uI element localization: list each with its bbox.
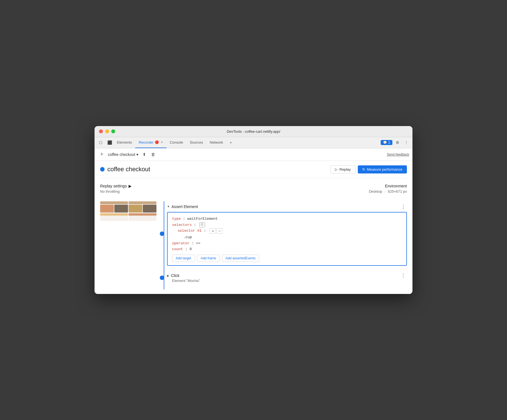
toolbar-actions: ⬆ 🗑	[141, 151, 157, 158]
environment-value: Desktop 625×671 px	[369, 189, 407, 194]
cursor-tool-button[interactable]: ⬡	[97, 139, 105, 146]
tab-recorder[interactable]: Recorder 🔴 ✕	[135, 137, 166, 148]
assert-element-title: Assert Element	[172, 204, 198, 209]
click-step-header: ▶ Click ⋮	[167, 272, 407, 279]
export-icon: ⬆	[143, 152, 146, 157]
tab-bar-right: 💬 1 ⚙ ⋮	[381, 139, 410, 146]
add-icon: +	[100, 151, 103, 157]
code-count-line: count : 9	[172, 247, 402, 252]
gear-icon: ⚙	[396, 140, 399, 145]
minimize-button[interactable]	[105, 129, 109, 133]
code-selectors-line: selectors : ⬡	[172, 222, 402, 228]
code-selector-val-line: .cup	[172, 235, 402, 240]
tab-more[interactable]: »	[226, 137, 235, 148]
tab-close-icon[interactable]: ✕	[161, 141, 163, 144]
steps-area: ▼ Assert Element ⋮ type : waitForElement	[100, 201, 407, 289]
code-type-line: type : waitForElement	[172, 216, 402, 222]
add-frame-button[interactable]: Add frame	[197, 255, 219, 262]
add-recording-button[interactable]: +	[98, 151, 106, 158]
recording-title: coffee checkout	[100, 166, 150, 173]
devtools-body: ⬡ ⬛ Elements Recorder 🔴 ✕ Console Source…	[95, 137, 412, 294]
screenshot-preview-2	[129, 201, 156, 221]
recording-selector[interactable]: coffee checkout ▾	[108, 152, 138, 157]
selector-picker-icon[interactable]: ⬡	[199, 222, 205, 227]
settings-button[interactable]: ⚙	[393, 139, 401, 146]
assert-action-buttons: Add target Add frame Add assertedEvents	[172, 255, 402, 262]
recording-header: coffee checkout ▷ Replay ↻ Measure perfo…	[100, 165, 407, 178]
settings-right: Environment Desktop 625×671 px	[369, 184, 407, 194]
tab-network[interactable]: Network	[206, 137, 226, 148]
assert-element-step: ▼ Assert Element ⋮ type : waitForElement	[167, 201, 407, 266]
screenshot-thumb-1[interactable]	[100, 201, 128, 221]
divider	[385, 190, 385, 193]
settings-left: Replay settings ▶ No throttling	[100, 184, 132, 194]
click-step-more-icon[interactable]: ⋮	[400, 272, 407, 279]
click-chevron-icon: ▶	[167, 274, 169, 277]
recording-selector-label: coffee checkout	[108, 152, 135, 157]
chat-icon: 💬	[383, 141, 387, 144]
delete-icon: 🗑	[151, 152, 155, 157]
title-bar: DevTools - coffee-cart.netlify.app/	[95, 126, 412, 137]
toolbar-left: + coffee checkout ▾ ⬆ 🗑	[98, 151, 385, 158]
tab-elements[interactable]: Elements	[114, 137, 135, 148]
settings-section: Replay settings ▶ No throttling Environm…	[100, 184, 407, 197]
click-step-dot	[160, 276, 164, 280]
measure-icon: ↻	[362, 167, 365, 172]
selector-add-button[interactable]: +	[210, 228, 216, 234]
type-key: type	[172, 217, 181, 221]
window-title: DevTools - coffee-cart.netlify.app/	[227, 129, 280, 134]
assert-element-header[interactable]: ▼ Assert Element ⋮	[167, 201, 407, 211]
tab-bar: ⬡ ⬛ Elements Recorder 🔴 ✕ Console Source…	[95, 137, 412, 148]
settings-arrow-icon: ▶	[129, 184, 132, 188]
record-icon: 🔴	[155, 140, 159, 144]
screenshot-thumb-2[interactable]	[129, 201, 156, 221]
replay-settings-toggle[interactable]: Replay settings ▶	[100, 184, 132, 188]
add-asserted-events-button[interactable]: Add assertedEvents	[222, 255, 259, 262]
maximize-button[interactable]	[111, 129, 115, 133]
assert-element-code: type : waitForElement selectors : ⬡ sele…	[167, 212, 407, 266]
tab-bar-left: ⬡ ⬛	[97, 139, 114, 146]
recording-name: coffee checkout	[107, 166, 150, 173]
environment-label: Environment	[369, 184, 407, 188]
screenshot-preview-1	[100, 201, 128, 221]
throttling-label: No throttling	[100, 189, 132, 194]
traffic-lights	[99, 129, 115, 133]
click-step: ▶ Click ⋮ Element "Mocha"	[167, 270, 407, 285]
device-toggle-button[interactable]: ⬛	[106, 139, 114, 146]
replay-button[interactable]: ▷ Replay	[330, 165, 355, 173]
selector1-key: selector #1	[178, 229, 202, 233]
operator-val: ==	[196, 241, 201, 245]
selector-add-remove-btns: + −	[210, 228, 223, 234]
toolbar: + coffee checkout ▾ ⬆ 🗑 Send feedback	[95, 148, 412, 161]
send-feedback-link[interactable]: Send feedback	[387, 153, 409, 156]
recording-status-dot	[100, 167, 105, 172]
tab-items: Elements Recorder 🔴 ✕ Console Sources Ne…	[114, 137, 381, 148]
timeline-screenshots	[100, 201, 161, 289]
assert-element-dot	[160, 231, 164, 236]
more-icon: ⋮	[404, 140, 408, 145]
tab-sources[interactable]: Sources	[186, 137, 206, 148]
close-button[interactable]	[99, 129, 103, 133]
screenshot-strip	[100, 201, 161, 221]
measure-performance-button[interactable]: ↻ Measure performance	[358, 165, 407, 173]
selector-remove-button[interactable]: −	[216, 228, 223, 234]
assert-element-more-icon[interactable]: ⋮	[400, 204, 407, 210]
add-target-button[interactable]: Add target	[172, 255, 195, 262]
delete-recording-button[interactable]: 🗑	[149, 151, 157, 158]
more-options-button[interactable]: ⋮	[402, 139, 410, 146]
header-buttons: ▷ Replay ↻ Measure performance	[330, 165, 407, 173]
code-operator-line: operator : ==	[172, 241, 402, 247]
tab-console[interactable]: Console	[166, 137, 187, 148]
click-step-title: Click	[171, 273, 179, 278]
click-step-subtitle: Element "Mocha"	[167, 279, 407, 283]
count-key: count	[172, 247, 183, 251]
type-val: waitForElement	[187, 217, 218, 221]
devtools-window: DevTools - coffee-cart.netlify.app/ ⬡ ⬛ …	[95, 126, 412, 294]
dropdown-icon: ▾	[136, 152, 138, 157]
play-icon: ▷	[335, 167, 338, 172]
export-button[interactable]: ⬆	[141, 151, 148, 158]
steps-container: ▼ Assert Element ⋮ type : waitForElement	[161, 201, 407, 289]
count-val: 9	[189, 247, 192, 251]
chat-badge-button[interactable]: 💬 1	[381, 140, 392, 145]
code-selector1-line: selector #1 : + −	[172, 228, 402, 234]
